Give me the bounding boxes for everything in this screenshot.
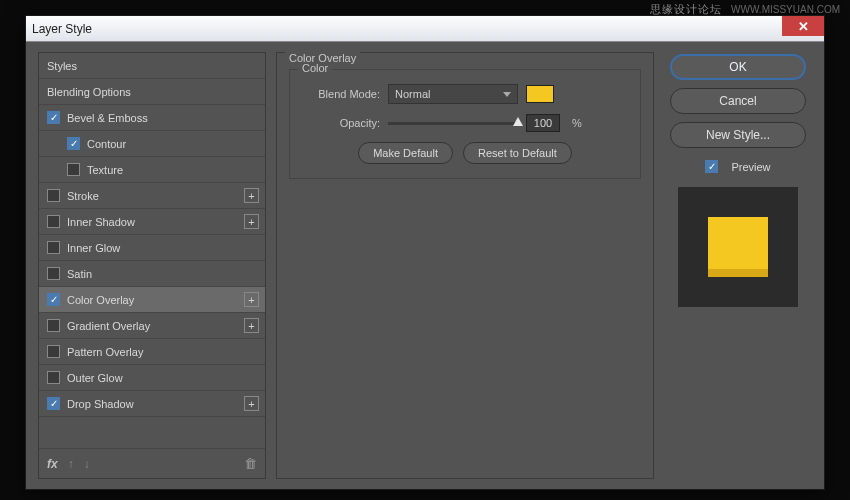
arrow-down-icon[interactable]: ↓ xyxy=(84,457,90,471)
dialog-title: Layer Style xyxy=(32,22,92,36)
drop-shadow-label: Drop Shadow xyxy=(67,398,134,410)
opacity-input[interactable]: 100 xyxy=(526,114,560,132)
preview-swatch-bottom xyxy=(708,269,768,277)
ok-label: OK xyxy=(729,60,746,74)
contour-checkbox[interactable] xyxy=(67,137,80,150)
bevel-emboss-row[interactable]: Bevel & Emboss xyxy=(39,105,265,131)
stroke-checkbox[interactable] xyxy=(47,189,60,202)
pattern-overlay-checkbox[interactable] xyxy=(47,345,60,358)
color-group: Color Blend Mode: Normal Opacity: 100 % xyxy=(289,69,641,179)
inner-shadow-label: Inner Shadow xyxy=(67,216,135,228)
texture-label: Texture xyxy=(87,164,123,176)
stroke-label: Stroke xyxy=(67,190,99,202)
satin-label: Satin xyxy=(67,268,92,280)
color-overlay-checkbox[interactable] xyxy=(47,293,60,306)
inner-glow-row[interactable]: Inner Glow xyxy=(39,235,265,261)
satin-row[interactable]: Satin xyxy=(39,261,265,287)
watermark-cn: 思缘设计论坛 xyxy=(650,3,722,15)
styles-header[interactable]: Styles xyxy=(39,53,265,79)
opacity-label: Opacity: xyxy=(302,117,380,129)
watermark-url: WWW.MISSYUAN.COM xyxy=(731,4,840,15)
color-overlay-add-button[interactable]: + xyxy=(244,292,259,307)
gradient-overlay-label: Gradient Overlay xyxy=(67,320,150,332)
cancel-label: Cancel xyxy=(719,94,756,108)
outer-glow-row[interactable]: Outer Glow xyxy=(39,365,265,391)
stroke-add-button[interactable]: + xyxy=(244,188,259,203)
blend-mode-row: Blend Mode: Normal xyxy=(302,84,628,104)
blend-mode-value: Normal xyxy=(395,88,430,100)
texture-row[interactable]: Texture xyxy=(39,157,265,183)
preview-thumbnail xyxy=(678,187,798,307)
blend-mode-label: Blend Mode: xyxy=(302,88,380,100)
gradient-overlay-checkbox[interactable] xyxy=(47,319,60,332)
reset-default-button[interactable]: Reset to Default xyxy=(463,142,572,164)
arrow-up-icon[interactable]: ↑ xyxy=(68,457,74,471)
gradient-overlay-row[interactable]: Gradient Overlay + xyxy=(39,313,265,339)
inner-shadow-checkbox[interactable] xyxy=(47,215,60,228)
contour-label: Contour xyxy=(87,138,126,150)
default-buttons-row: Make Default Reset to Default xyxy=(302,142,628,164)
close-icon: ✕ xyxy=(798,19,809,34)
styles-header-label: Styles xyxy=(47,60,77,72)
make-default-button[interactable]: Make Default xyxy=(358,142,453,164)
preview-toggle-row: Preview xyxy=(705,160,770,173)
preview-swatch-top xyxy=(708,217,768,269)
bevel-checkbox[interactable] xyxy=(47,111,60,124)
close-button[interactable]: ✕ xyxy=(782,16,824,36)
settings-panel: Color Overlay Color Blend Mode: Normal O… xyxy=(276,52,654,479)
opacity-unit: % xyxy=(572,117,582,129)
color-group-title: Color xyxy=(298,62,332,74)
titlebar[interactable]: Layer Style ✕ xyxy=(26,16,824,42)
contour-row[interactable]: Contour xyxy=(39,131,265,157)
outer-glow-checkbox[interactable] xyxy=(47,371,60,384)
new-style-label: New Style... xyxy=(706,128,770,142)
color-overlay-row[interactable]: Color Overlay + xyxy=(39,287,265,313)
action-panel: OK Cancel New Style... Preview xyxy=(664,52,812,479)
bevel-label: Bevel & Emboss xyxy=(67,112,148,124)
opacity-slider[interactable] xyxy=(388,122,518,125)
inner-shadow-add-button[interactable]: + xyxy=(244,214,259,229)
pattern-overlay-row[interactable]: Pattern Overlay xyxy=(39,339,265,365)
layer-style-dialog: Layer Style ✕ Styles Blending Options Be… xyxy=(25,15,825,490)
pattern-overlay-label: Pattern Overlay xyxy=(67,346,143,358)
drop-shadow-checkbox[interactable] xyxy=(47,397,60,410)
inner-glow-label: Inner Glow xyxy=(67,242,120,254)
slider-thumb-icon[interactable] xyxy=(513,117,523,126)
drop-shadow-row[interactable]: Drop Shadow + xyxy=(39,391,265,417)
preview-label: Preview xyxy=(731,161,770,173)
blending-options-row[interactable]: Blending Options xyxy=(39,79,265,105)
inner-glow-checkbox[interactable] xyxy=(47,241,60,254)
new-style-button[interactable]: New Style... xyxy=(670,122,806,148)
fx-icon[interactable]: fx xyxy=(47,457,58,471)
gradient-overlay-add-button[interactable]: + xyxy=(244,318,259,333)
satin-checkbox[interactable] xyxy=(47,267,60,280)
inner-shadow-row[interactable]: Inner Shadow + xyxy=(39,209,265,235)
drop-shadow-add-button[interactable]: + xyxy=(244,396,259,411)
reset-default-label: Reset to Default xyxy=(478,147,557,159)
preview-checkbox[interactable] xyxy=(705,160,718,173)
outer-glow-label: Outer Glow xyxy=(67,372,123,384)
styles-footer: fx ↑ ↓ 🗑 xyxy=(39,448,265,478)
ok-button[interactable]: OK xyxy=(670,54,806,80)
dialog-body: Styles Blending Options Bevel & Emboss C… xyxy=(26,42,824,489)
opacity-row: Opacity: 100 % xyxy=(302,114,628,132)
styles-panel: Styles Blending Options Bevel & Emboss C… xyxy=(38,52,266,479)
blending-options-label: Blending Options xyxy=(47,86,131,98)
watermark: 思缘设计论坛 WWW.MISSYUAN.COM xyxy=(650,2,840,17)
trash-icon[interactable]: 🗑 xyxy=(244,456,257,471)
preview-swatch xyxy=(708,217,768,277)
make-default-label: Make Default xyxy=(373,147,438,159)
cancel-button[interactable]: Cancel xyxy=(670,88,806,114)
texture-checkbox[interactable] xyxy=(67,163,80,176)
overlay-color-swatch[interactable] xyxy=(526,85,554,103)
color-overlay-label: Color Overlay xyxy=(67,294,134,306)
blend-mode-dropdown[interactable]: Normal xyxy=(388,84,518,104)
stroke-row[interactable]: Stroke + xyxy=(39,183,265,209)
